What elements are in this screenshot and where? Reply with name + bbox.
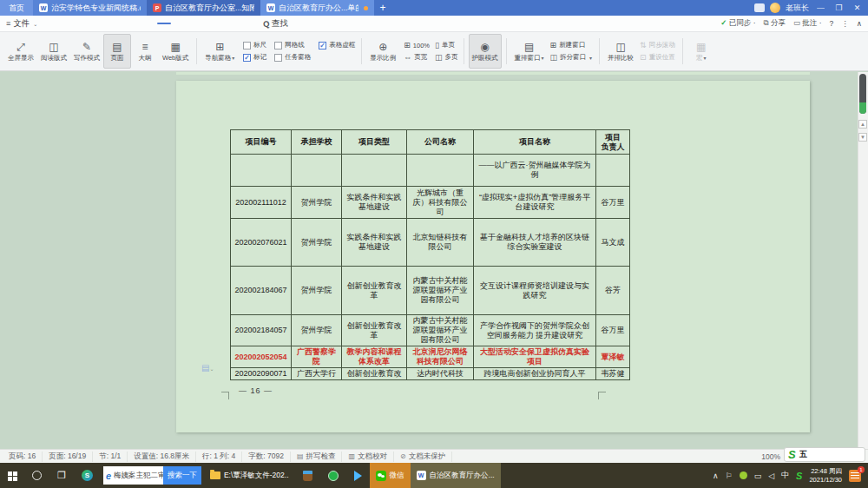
status-field[interactable]: 字数: 7092 <box>242 452 291 462</box>
table-cell[interactable]: 创新创业教育改 <box>342 368 407 380</box>
sogou-logo-icon[interactable]: S <box>788 448 796 461</box>
column-header[interactable]: 公司名称 <box>407 130 474 155</box>
table-cell[interactable]: 内蒙古中关村能源联盟循环产业园有限公司 <box>407 267 474 315</box>
wps-taskbar-item[interactable]: W 自治区教育厅办公... <box>411 463 501 488</box>
menu-item[interactable] <box>128 23 141 24</box>
document-tab[interactable]: W 治安学特色专业新闻统稿.docx <box>33 0 147 16</box>
table-cell[interactable]: ——以广西云·贺州融媒体学院为例 <box>474 155 596 187</box>
share-button[interactable]: ⧉ 分享 <box>763 18 785 29</box>
table-cell[interactable]: 跨境电商创新创业协同育人平 <box>474 368 596 380</box>
tray-expand-icon[interactable]: ∧ <box>713 472 719 480</box>
scrollbar-thumb[interactable] <box>859 74 866 114</box>
zoom-ratio-button[interactable]: ⊕ 显示比例 <box>366 34 399 69</box>
cortana-button[interactable] <box>24 463 49 488</box>
table-cell[interactable]: 光辉城市（重庆）科技有限公司 <box>407 187 474 219</box>
safety-app-button[interactable] <box>320 463 346 488</box>
column-header[interactable]: 项目名称 <box>474 130 596 155</box>
menu-item[interactable] <box>100 23 114 24</box>
table-cell[interactable]: 谷万里 <box>596 315 630 346</box>
arrange-window-button[interactable]: ▤ 重排窗口▾ <box>511 34 548 69</box>
status-field[interactable]: ▥ 文档校对 <box>342 452 394 462</box>
compare-button[interactable]: ⊡ 重设位置 <box>640 53 675 62</box>
table-cell[interactable]: 贺州学院 <box>292 315 342 346</box>
view-checkbox[interactable]: 任务窗格 <box>274 53 311 62</box>
menu-item[interactable] <box>214 23 228 24</box>
table-cell[interactable]: 贺州学院 <box>292 187 342 219</box>
table-cell[interactable]: 创新创业教育改革 <box>342 315 407 346</box>
zoom-option-button[interactable]: ▯ 单页 <box>435 41 458 49</box>
zoom-option-button[interactable]: ⊞ 100% <box>404 41 430 49</box>
document-tab[interactable]: W 自治区教育厅办公...单的通知 附件2 <box>260 0 374 16</box>
ime-language-indicator[interactable]: 中 <box>781 470 789 481</box>
menu-item[interactable] <box>242 23 256 24</box>
table-cell[interactable]: “虚拟现实+虚拟仿真”管理服务平台建设研究 <box>474 187 596 219</box>
table-cell[interactable]: 达内时代科技 <box>407 368 474 380</box>
ribbon-button[interactable]: ⤢ 全屏显示 <box>4 34 37 69</box>
ribbon-button[interactable]: ≡ 大纲 <box>131 34 159 69</box>
input-mode-indicator[interactable]: 五 <box>799 449 807 460</box>
search-go-button[interactable]: 搜索一下 <box>163 466 201 485</box>
video-player-button[interactable] <box>346 463 370 488</box>
window-button[interactable]: ◫ 拆分窗口 ▾ <box>550 53 593 62</box>
notification-center-icon[interactable]: 1 <box>849 470 861 482</box>
folder-taskbar-item[interactable]: E:\覃泽敏文件-202.. <box>204 463 295 488</box>
table-cell[interactable]: 实践条件和实践基地建设 <box>342 219 407 267</box>
display-icon[interactable]: ▭ <box>754 472 762 480</box>
view-checkbox[interactable]: 表格虚框 <box>319 41 355 49</box>
table-cell[interactable]: 202002111012 <box>231 187 292 219</box>
table-cell[interactable]: 韦苏健 <box>596 368 630 380</box>
browser-360-button[interactable]: S <box>74 463 101 488</box>
help-button[interactable]: ? <box>830 19 834 28</box>
collapse-ribbon-button[interactable]: ∧ <box>857 19 862 28</box>
menu-item[interactable] <box>86 23 100 24</box>
status-field[interactable]: 页面: 16/19 <box>43 452 93 462</box>
table-cell[interactable]: 广西大学行 <box>292 368 342 380</box>
status-field[interactable]: 节: 1/1 <box>93 452 128 462</box>
column-header[interactable]: 承担学校 <box>292 130 342 155</box>
table-cell[interactable]: 谷芳 <box>596 267 630 315</box>
comment-button[interactable]: ▭ 批注 · <box>793 18 822 29</box>
table-cell[interactable]: 202002090071 <box>231 368 292 380</box>
table-cell[interactable] <box>407 155 474 187</box>
table-cell[interactable]: 202002184067 <box>231 267 292 315</box>
sogou-tray-icon[interactable]: S <box>796 471 802 481</box>
table-cell[interactable]: 贺州学院 <box>292 267 342 315</box>
task-view-button[interactable]: ❐ <box>49 463 74 488</box>
table-cell[interactable] <box>342 155 407 187</box>
status-field[interactable]: ⊘ 文档未保护 <box>394 452 452 462</box>
status-field[interactable]: ▤ 拼写检查 <box>291 452 343 462</box>
minimize-button[interactable]: — <box>814 3 827 12</box>
menu-item[interactable] <box>201 23 214 24</box>
table-cell[interactable]: 202002076021 <box>231 219 292 267</box>
avatar[interactable] <box>770 3 780 13</box>
status-field[interactable]: 设置值: 16.8厘米 <box>128 452 196 462</box>
table-cell[interactable]: 北京知链科技有限公司 <box>407 219 474 267</box>
table-cell[interactable]: 广西警察学院 <box>292 346 342 368</box>
zoom-option-button[interactable]: ◫ 多页 <box>435 53 458 62</box>
taskbar-search[interactable]: e 梅姨案主犯二审死刑 搜索一下 <box>103 466 201 485</box>
menu-item[interactable] <box>173 23 187 24</box>
previous-page-button[interactable]: ▲ <box>858 120 867 129</box>
eye-protection-button[interactable]: ◉ 护眼模式 <box>469 34 502 69</box>
document-tab[interactable]: P 自治区教育厅办公室...知附件1..pdf <box>147 0 260 16</box>
new-tab-button[interactable]: + <box>374 0 391 16</box>
column-header[interactable]: 项目编号 <box>231 130 292 155</box>
column-header[interactable]: 项目类型 <box>342 130 407 155</box>
vertical-scrollbar[interactable]: ▲ ▼ <box>858 72 868 449</box>
document-page[interactable]: 项目编号承担学校项目类型公司名称项目名称项目 负责人——以广西云·贺州融媒体学院… <box>176 81 810 432</box>
sync-status[interactable]: ✓ 已同步 · <box>720 18 755 29</box>
menu-item[interactable] <box>228 23 242 24</box>
next-page-button[interactable]: ▼ <box>858 133 867 142</box>
file-menu[interactable]: ≡ 文件 ⌄ <box>0 18 44 30</box>
bucket-app-button[interactable] <box>295 463 320 488</box>
find-button[interactable]: Q 查找 <box>256 18 287 30</box>
zoom-level[interactable]: 100% <box>761 452 780 461</box>
table-cell[interactable]: 实践条件和实践基地建设 <box>342 187 407 219</box>
view-checkbox[interactable]: 网格线 <box>274 41 311 49</box>
paste-options-icon[interactable]: ▤⌄ <box>201 363 214 373</box>
table-cell[interactable]: 内蒙古中关村能源联盟循环产业园有限公司 <box>407 315 474 346</box>
window-manage-icon[interactable] <box>754 3 765 12</box>
table-cell[interactable] <box>231 155 292 187</box>
table-cell[interactable]: 教学内容和课程体系改革 <box>342 346 407 368</box>
ribbon-button[interactable]: ▦ Web版式 <box>159 34 192 69</box>
